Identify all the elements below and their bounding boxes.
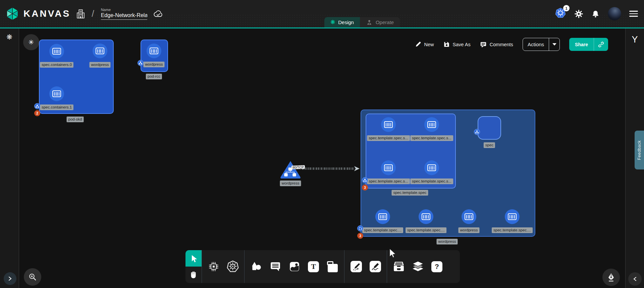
pod-badge-icon[interactable] [138,60,144,66]
node-container[interactable] [375,209,390,224]
expand-right-panel-button[interactable] [628,272,642,286]
node-label: wordpress [89,62,110,68]
tool-image[interactable] [285,250,304,283]
edge-arrowhead [354,166,360,171]
pencil-draw-icon [370,261,381,272]
share-split-button[interactable]: Share [569,38,608,51]
menu-hamburger-icon[interactable] [629,11,638,17]
tool-note[interactable] [323,250,342,283]
tool-shapes[interactable] [247,250,266,283]
node-container[interactable] [419,209,433,224]
node-service-wordpress[interactable] [279,160,302,180]
tab-design[interactable]: ❋ Design [324,17,360,27]
image-icon [289,261,300,272]
hand-pan-icon [189,271,198,279]
container-icon [427,164,436,171]
node-label: spec.template.spec.s... [367,135,410,141]
user-avatar[interactable] [608,7,621,20]
container-icon [465,213,473,220]
tool-pan[interactable] [185,267,202,283]
node-spec[interactable] [478,116,501,140]
tool-kubernetes[interactable] [223,250,242,283]
tool-help[interactable]: ? [427,250,446,283]
node-label: spec.template.spec.s... [410,135,453,141]
edge-service-to-deployment[interactable] [303,167,355,170]
design-name-field: Name [101,8,147,20]
deployment-badge-icon[interactable] [357,225,363,231]
tool-pencil[interactable] [366,250,385,283]
feedback-tab[interactable]: Feedback [635,131,644,169]
node-container-wordpress[interactable] [93,44,107,58]
design-canvas[interactable]: ✳ spec.containers.0 wordpress spec.conta… [19,28,625,288]
pod-badge-icon[interactable] [474,129,480,135]
node-container[interactable] [381,160,396,175]
settings-gear-icon[interactable] [574,9,583,18]
design-mode-icon: ❋ [330,19,335,26]
actions-split-button[interactable]: Actions [523,38,560,51]
node-container[interactable] [505,209,520,224]
tab-design-label: Design [338,19,354,25]
group-label-wordpress: wordpress [436,239,458,244]
edge-port-label[interactable]: 80/TCP [291,165,305,169]
tool-layers[interactable] [408,250,427,283]
service-label: wordpress [280,181,301,186]
comments-button[interactable]: Comments [480,41,513,48]
container-icon [52,90,61,97]
drawer-archive-icon [393,261,405,272]
node-label-spec: spec [484,142,495,148]
magnifier-plus-icon [28,273,37,281]
node-container[interactable] [424,160,439,175]
actions-dropdown-toggle[interactable] [549,38,559,51]
kanvas-logo[interactable]: KANVAS [5,6,70,21]
help-question-icon: ? [431,261,442,272]
save-as-button[interactable]: Save As [443,41,471,48]
save-icon [443,41,450,48]
operate-mode-icon [366,19,373,26]
kubernetes-wheel-icon [226,260,239,273]
design-name-input[interactable] [101,12,147,20]
pod-badge-icon[interactable] [362,177,368,183]
node-container[interactable] [462,209,476,224]
container-icon [384,164,393,171]
zoom-search-button[interactable] [24,268,41,286]
group-spec-template-spec[interactable] [366,114,456,189]
tool-pen[interactable] [346,250,366,283]
container-icon [384,121,393,128]
ink-pen-button[interactable] [602,269,620,286]
tool-select[interactable] [185,250,202,267]
expand-left-panel-button[interactable] [4,272,16,285]
new-button[interactable]: New [415,41,434,48]
layer5-y-icon: Y [626,34,644,45]
group-label-spec-template-spec: spec.template.spec [391,190,428,196]
container-icon [422,213,430,220]
tab-operate[interactable]: Operate [360,17,400,27]
node-label: spec.template.spec.s... [367,178,410,184]
tool-text[interactable]: T [304,250,323,283]
node-container[interactable] [424,117,439,132]
comment-icon [270,261,281,272]
kubernetes-context-switcher[interactable]: 1 [555,7,566,20]
node-container-wordpress[interactable] [147,44,161,58]
copy-link-button[interactable] [594,38,608,51]
pod-badge-icon[interactable] [34,103,40,109]
link-icon [598,41,604,48]
issue-count-badge[interactable]: 3 [362,185,368,191]
meshery-spinner-icon: ❋ [0,33,19,41]
node-container-spec-containers-0[interactable] [49,44,64,59]
context-count-badge: 1 [563,5,570,11]
node-container[interactable] [381,117,396,132]
chip-icon [208,261,220,273]
tool-comment[interactable] [266,250,285,283]
tool-component-library[interactable] [204,250,223,283]
organization-icon[interactable] [76,9,85,19]
issue-count-badge[interactable]: 3 [357,233,363,239]
container-icon [96,48,104,54]
container-icon [508,213,517,220]
layers-icon [412,261,424,273]
node-label: spec.containers.0 [40,62,73,68]
node-label: spec.template.spec.... [362,227,403,233]
issue-count-badge[interactable]: 2 [34,110,40,116]
node-container-spec-containers-1[interactable] [49,86,64,101]
canvas-config-button[interactable]: ✳ [23,34,39,50]
notifications-bell-icon[interactable] [591,10,600,18]
